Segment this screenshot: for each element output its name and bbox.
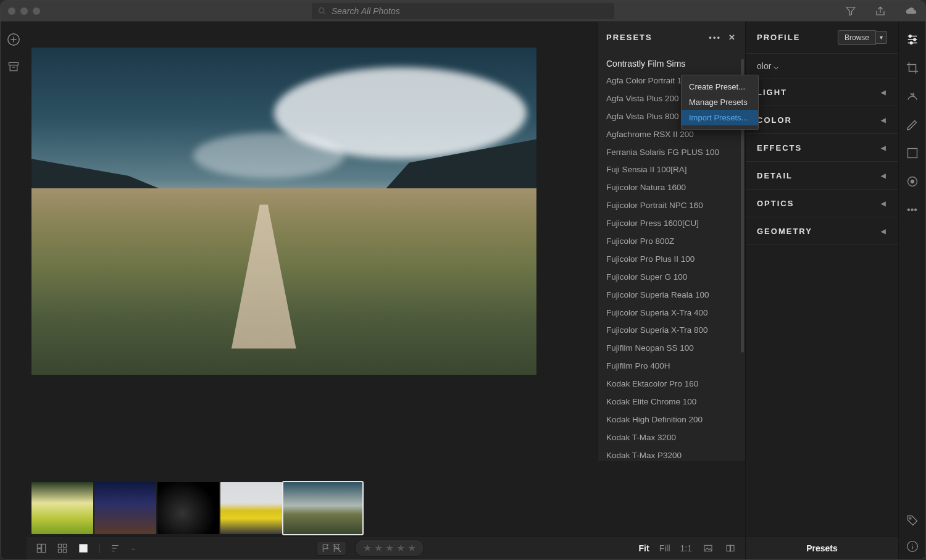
svg-point-15	[913, 38, 916, 41]
preset-item[interactable]: Fujicolor Super G 100	[598, 269, 745, 286]
presets-more-icon[interactable]: •••	[709, 33, 721, 42]
split-compare-icon[interactable]	[724, 543, 736, 553]
preset-item[interactable]: Fujicolor Press 1600[CU]	[598, 215, 745, 233]
sort-chevron-icon[interactable]: ⌵	[131, 545, 135, 551]
add-photo-icon[interactable]	[7, 33, 20, 46]
collapse-icon: ◀	[881, 144, 887, 151]
window-minimize[interactable]	[20, 7, 28, 15]
star-icon[interactable]: ★	[407, 542, 416, 554]
section-color[interactable]: COLOR◀	[746, 106, 898, 134]
search-input[interactable]: Search All Photos	[312, 3, 614, 19]
filmstrip-thumb[interactable]	[31, 482, 93, 534]
collapse-icon: ◀	[881, 228, 887, 235]
bottom-bar: | ⌵ ★ ★ ★ ★ ★ Fit Fill 1:1	[27, 536, 745, 559]
single-view-icon[interactable]	[77, 543, 90, 553]
svg-rect-9	[63, 549, 66, 552]
grid-view-icon[interactable]	[35, 543, 48, 553]
edit-sliders-icon[interactable]	[906, 33, 919, 46]
zoom-1to1[interactable]: 1:1	[680, 543, 692, 553]
svg-rect-4	[42, 544, 46, 552]
preset-item[interactable]: Fujicolor Pro 800Z	[598, 233, 745, 251]
profile-value: olor ⌵	[757, 61, 778, 71]
preset-item[interactable]: Fujicolor Portrait NPC 160	[598, 197, 745, 215]
flag-pick-icon[interactable]	[321, 543, 331, 553]
preset-item[interactable]: Kodak Ektacolor Pro 160	[598, 375, 745, 393]
zoom-fill[interactable]: Fill	[659, 543, 670, 553]
ctx-create-preset[interactable]: Create Preset...	[682, 79, 758, 94]
preset-item[interactable]: Fujicolor Natura 1600	[598, 179, 745, 197]
presets-header: PRESETS ••• ✕	[598, 22, 745, 52]
linear-gradient-icon[interactable]	[906, 146, 919, 160]
section-optics[interactable]: OPTICS◀	[746, 190, 898, 217]
preset-item[interactable]: Fujicolor Superia Reala 100	[598, 286, 745, 304]
star-icon[interactable]: ★	[396, 542, 405, 554]
preset-item[interactable]: Fuji Sensia II 100[RA]	[598, 161, 745, 179]
healing-brush-icon[interactable]	[906, 90, 919, 103]
star-icon[interactable]: ★	[374, 542, 383, 554]
filmstrip-thumb[interactable]	[220, 482, 282, 534]
presets-button[interactable]: Presets	[746, 536, 898, 559]
window-close[interactable]	[8, 7, 15, 15]
flag-group	[317, 541, 346, 556]
section-effects[interactable]: EFFECTS◀	[746, 134, 898, 162]
window-maximize[interactable]	[33, 7, 40, 15]
profile-browse-dropdown[interactable]: ▾	[876, 31, 887, 44]
center-pane: PRESETS ••• ✕ Contrastly Film Sims Agfa …	[27, 22, 745, 559]
preset-item[interactable]: Fujicolor Pro Plus II 100	[598, 251, 745, 269]
svg-point-19	[911, 180, 914, 183]
collapse-icon: ◀	[881, 117, 887, 123]
filter-icon[interactable]	[845, 6, 856, 17]
svg-point-14	[909, 35, 911, 38]
brush-icon[interactable]	[906, 118, 919, 132]
preset-group-title[interactable]: Contrastly Film Sims	[598, 52, 745, 72]
preset-item[interactable]: Fujifilm Pro 400H	[598, 357, 745, 375]
preset-item[interactable]: Ferrania Solaris FG PLUS 100	[598, 144, 745, 162]
section-detail[interactable]: DETAIL◀	[746, 162, 898, 190]
svg-rect-10	[79, 544, 87, 552]
preset-item[interactable]: Fujicolor Superia X-Tra 800	[598, 322, 745, 340]
left-toolbar	[1, 22, 27, 559]
zoom-fit[interactable]: Fit	[639, 543, 649, 553]
filmstrip[interactable]	[27, 480, 745, 536]
collapse-icon: ◀	[881, 200, 887, 207]
crop-icon[interactable]	[906, 61, 919, 75]
titlebar: Search All Photos	[1, 1, 925, 22]
section-light[interactable]: LIGHT◀	[746, 78, 898, 106]
profile-browse-button[interactable]: Browse	[838, 30, 876, 45]
tag-icon[interactable]	[906, 514, 919, 527]
tile-view-icon[interactable]	[56, 543, 69, 553]
share-icon[interactable]	[875, 6, 886, 17]
profile-label: PROFILE	[757, 33, 800, 42]
preset-item[interactable]: Fujifilm Neopan SS 100	[598, 340, 745, 357]
preset-item[interactable]: Kodak T-Max 3200	[598, 429, 745, 447]
svg-point-0	[319, 7, 324, 12]
filmstrip-thumb[interactable]	[157, 482, 219, 534]
more-icon[interactable]: •••	[906, 203, 919, 217]
main-photo[interactable]	[31, 48, 536, 375]
cloud-icon[interactable]	[904, 6, 918, 17]
filmstrip-thumb-selected[interactable]	[283, 482, 362, 534]
filmstrip-thumb[interactable]	[94, 482, 156, 534]
preset-item[interactable]: Kodak T-Max P3200	[598, 447, 745, 465]
rating-stars[interactable]: ★ ★ ★ ★ ★	[355, 539, 424, 557]
flag-reject-icon[interactable]	[332, 543, 342, 553]
preset-item[interactable]: Fujicolor Superia X-Tra 400	[598, 304, 745, 322]
ctx-manage-presets[interactable]: Manage Presets	[682, 94, 758, 110]
star-icon[interactable]: ★	[385, 542, 394, 554]
preset-item[interactable]: Kodak Elite Chrome 100	[598, 393, 745, 411]
svg-rect-6	[58, 544, 61, 547]
ctx-import-presets[interactable]: Import Presets...	[682, 110, 758, 125]
radial-gradient-icon[interactable]	[906, 175, 919, 188]
preset-item[interactable]: Kodak High Definition 200	[598, 411, 745, 429]
info-icon[interactable]	[906, 540, 919, 553]
star-icon[interactable]: ★	[363, 542, 372, 554]
presets-close-icon[interactable]: ✕	[728, 33, 736, 42]
sort-icon[interactable]	[109, 543, 123, 554]
original-compare-icon[interactable]	[702, 543, 714, 553]
section-geometry[interactable]: GEOMETRY◀	[746, 217, 898, 245]
window-controls	[8, 7, 40, 15]
profile-value-row[interactable]: olor ⌵	[746, 54, 898, 78]
svg-rect-3	[37, 544, 41, 548]
collapse-icon: ◀	[881, 89, 887, 96]
archive-icon[interactable]	[7, 60, 20, 73]
